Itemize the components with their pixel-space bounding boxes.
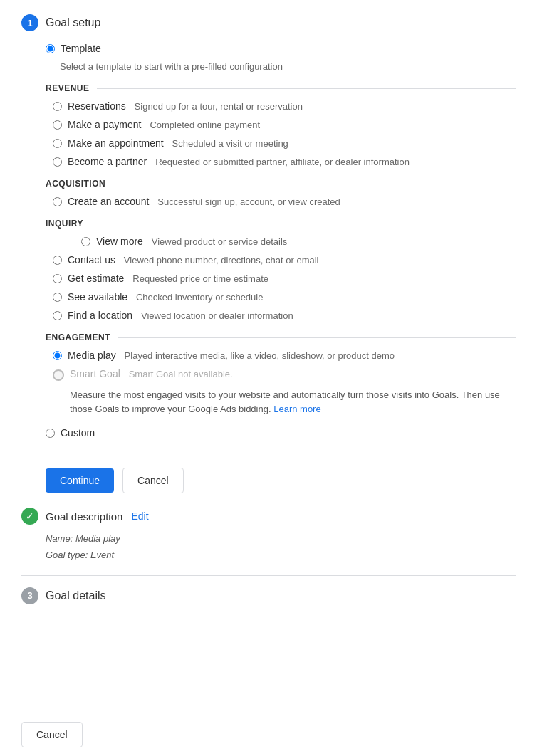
learn-more-link[interactable]: Learn more: [273, 404, 320, 414]
step2-details: Name: Media play Goal type: Event: [46, 530, 516, 564]
see-available-desc: Checked inventory or schedule: [136, 292, 264, 303]
smart-goal-description: Measure the most engaged visits to your …: [70, 388, 516, 416]
inquiry-label: INQUIRY: [46, 219, 83, 229]
get-estimate-option[interactable]: Get estimate Requested price or time est…: [46, 273, 516, 284]
view-more-name: View more: [96, 236, 143, 247]
template-subtitle: Select a template to start with a pre-fi…: [60, 61, 516, 72]
step1-circle: 1: [21, 14, 38, 31]
smart-goal-option: Smart Goal Smart Goal not available.: [46, 368, 516, 381]
contact-us-desc: Viewed phone number, directions, chat or…: [124, 255, 319, 266]
find-location-name: Find a location: [68, 310, 132, 321]
become-partner-option[interactable]: Become a partner Requested or submitted …: [46, 156, 516, 167]
engagement-section-header: ENGAGEMENT: [46, 332, 516, 342]
step2-name-value: Media play: [75, 533, 120, 544]
make-payment-option[interactable]: Make a payment Completed online payment: [46, 119, 516, 130]
cancel-button[interactable]: Cancel: [122, 468, 184, 493]
button-row: Continue Cancel: [46, 468, 516, 493]
make-payment-radio[interactable]: [53, 120, 62, 130]
reservations-desc: Signed up for a tour, rental or reservat…: [135, 101, 303, 112]
get-estimate-radio[interactable]: [53, 274, 62, 283]
get-estimate-name: Get estimate: [68, 273, 124, 284]
custom-radio[interactable]: [46, 429, 55, 438]
reservations-option[interactable]: Reservations Signed up for a tour, renta…: [46, 100, 516, 112]
step2-name-row: Name: Media play: [46, 530, 516, 547]
get-estimate-desc: Requested price or time estimate: [132, 273, 268, 284]
step2-type-value: Event: [90, 550, 114, 560]
contact-us-name: Contact us: [68, 254, 115, 266]
step1-header: 1 Goal setup: [21, 14, 516, 31]
become-partner-name: Become a partner: [68, 156, 147, 167]
make-appointment-option[interactable]: Make an appointment Scheduled a visit or…: [46, 137, 516, 149]
bottom-cancel-bar: Cancel: [0, 713, 537, 756]
find-location-desc: Viewed location or dealer information: [141, 310, 293, 321]
engagement-label: ENGAGEMENT: [46, 332, 110, 342]
step2-section: ✓ Goal description Edit Name: Media play…: [21, 508, 516, 564]
contact-us-option[interactable]: Contact us Viewed phone number, directio…: [46, 254, 516, 266]
bottom-cancel-button[interactable]: Cancel: [21, 722, 83, 747]
become-partner-radio[interactable]: [53, 157, 62, 167]
create-account-option[interactable]: Create an account Successful sign up, ac…: [46, 196, 516, 207]
step2-header: ✓ Goal description Edit: [21, 508, 516, 525]
media-play-name: Media play: [68, 350, 116, 361]
contact-us-radio[interactable]: [53, 256, 62, 265]
view-more-desc: Viewed product or service details: [152, 236, 288, 247]
see-available-radio[interactable]: [53, 293, 62, 302]
create-account-name: Create an account: [68, 196, 149, 207]
step1-content: Template Select a template to start with…: [46, 43, 516, 493]
make-appointment-radio[interactable]: [53, 139, 62, 148]
custom-section[interactable]: Custom: [46, 427, 516, 439]
spacer: [21, 604, 516, 647]
continue-button[interactable]: Continue: [46, 468, 114, 493]
smart-goal-radio-disabled: [53, 369, 64, 381]
checkmark-icon: ✓: [26, 510, 34, 522]
reservations-name: Reservations: [68, 100, 126, 112]
step3-circle: 3: [21, 587, 38, 604]
revenue-section-header: REVENUE: [46, 83, 516, 93]
step1-title: Goal setup: [46, 16, 100, 29]
acquisition-line: [113, 184, 516, 184]
media-play-option[interactable]: Media play Played interactive media, lik…: [46, 350, 516, 361]
view-more-radio[interactable]: [81, 237, 90, 246]
see-available-name: See available: [68, 291, 127, 303]
make-payment-desc: Completed online payment: [150, 120, 260, 130]
make-appointment-desc: Scheduled a visit or meeting: [172, 138, 288, 149]
acquisition-section-header: ACQUISITION: [46, 179, 516, 189]
template-radio[interactable]: [46, 44, 55, 53]
smart-goal-name: Smart Goal: [70, 368, 120, 379]
revenue-label: REVENUE: [46, 83, 90, 93]
create-account-radio[interactable]: [53, 197, 62, 206]
view-more-option[interactable]: View more Viewed product or service deta…: [46, 236, 516, 247]
template-radio-row: Template: [46, 43, 516, 54]
step3-header: 3 Goal details: [21, 575, 516, 604]
divider: [46, 453, 516, 453]
revenue-line: [97, 88, 516, 89]
reservations-radio[interactable]: [53, 102, 62, 111]
step2-type-row: Goal type: Event: [46, 547, 516, 563]
step2-title: Goal description: [46, 510, 122, 523]
media-play-radio[interactable]: [53, 351, 62, 360]
become-partner-desc: Requested or submitted partner, affiliat…: [155, 157, 410, 167]
make-appointment-name: Make an appointment: [68, 137, 164, 149]
see-available-option[interactable]: See available Checked inventory or sched…: [46, 291, 516, 303]
engagement-line: [118, 337, 516, 338]
create-account-desc: Successful sign up, account, or view cre…: [157, 196, 340, 207]
step2-circle: ✓: [21, 508, 38, 525]
inquiry-line: [90, 224, 516, 224]
template-label: Template: [61, 43, 101, 54]
template-options: REVENUE Reservations Signed up for a tou…: [46, 83, 516, 416]
custom-label: Custom: [61, 427, 95, 439]
acquisition-label: ACQUISITION: [46, 179, 105, 189]
media-play-desc: Played interactive media, like a video, …: [125, 350, 395, 361]
step3-title: Goal details: [46, 589, 106, 602]
find-location-radio[interactable]: [53, 311, 62, 320]
inquiry-section-header: INQUIRY: [46, 219, 516, 229]
edit-link[interactable]: Edit: [131, 510, 148, 522]
find-location-option[interactable]: Find a location Viewed location or deale…: [46, 310, 516, 321]
make-payment-name: Make a payment: [68, 119, 142, 130]
smart-goal-not-available: Smart Goal not available.: [129, 369, 233, 379]
